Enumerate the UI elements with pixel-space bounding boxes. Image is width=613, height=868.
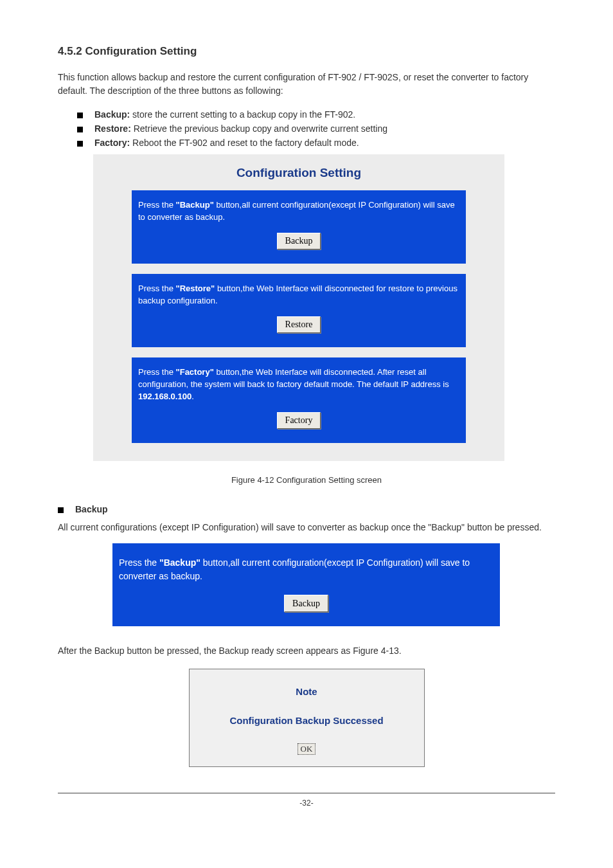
bullet-text: Reboot the FT-902 and reset to the facto… [130, 138, 359, 148]
intro-text: This function allows backup and restore … [58, 71, 555, 98]
panel-title: Configuration Setting [93, 159, 504, 190]
bullet-square-icon [77, 113, 83, 118]
backup-block: Press the "Backup" button,all current co… [132, 190, 466, 264]
bullet-bold: Restore: [94, 123, 131, 134]
block-text-bold: "Backup" [176, 200, 214, 210]
factory-button[interactable]: Factory [277, 412, 321, 429]
block-text-pre: Press the [138, 200, 176, 210]
bullet-bold: Factory: [94, 138, 130, 148]
page-number: -32- [58, 799, 555, 820]
factory-block: Press the "Factory" button,the Web Inter… [132, 357, 466, 443]
bullet-text: Retrieve the previous backup copy and ov… [131, 123, 387, 134]
ok-button[interactable]: OK [298, 743, 316, 755]
backup-section-bold: Backup [75, 504, 108, 514]
block-text-bold: "Backup" [159, 557, 200, 568]
config-setting-panel: Configuration Setting Press the "Backup"… [93, 154, 504, 461]
bullet-square-icon [77, 141, 83, 147]
bullet-bold: Backup: [94, 109, 130, 120]
note-dialog: Note Configuration Backup Successed OK [189, 669, 425, 767]
block-text-pre: Press the [119, 557, 159, 568]
bullet-item-factory: Factory: Reboot the FT-902 and reset to … [77, 138, 555, 148]
block-text-bold: "Factory" [176, 367, 214, 377]
backup-block-wide: Press the "Backup" button,all current co… [112, 543, 500, 626]
bullet-square-icon [58, 507, 64, 513]
backup-section-bullet: Backup [58, 504, 555, 514]
section-heading: 4.5.2 Configuration Setting [58, 45, 555, 58]
note-message: Configuration Backup Successed [190, 712, 424, 739]
bullet-item-restore: Restore: Retrieve the previous backup co… [77, 123, 555, 134]
figure-caption: Figure 4-12 Configuration Setting screen [58, 475, 555, 485]
restore-block: Press the "Restore" button,the Web Inter… [132, 274, 466, 347]
block-text-post2: . [191, 392, 194, 401]
section-number: 4.5.2 [58, 45, 82, 57]
backup-button[interactable]: Backup [277, 233, 321, 249]
bullet-text: store the current setting to a backup co… [130, 109, 355, 120]
note-title: Note [190, 669, 424, 712]
bullet-square-icon [77, 127, 83, 132]
block-text-pre: Press the [138, 284, 176, 293]
restore-button[interactable]: Restore [277, 316, 321, 333]
bullet-item-backup: Backup: store the current setting to a b… [77, 109, 555, 120]
after-backup-text: After the Backup button be pressed, the … [58, 646, 555, 656]
bullet-list: Backup: store the current setting to a b… [77, 109, 555, 148]
footer-divider [58, 793, 555, 793]
section-title-text: Configuration Setting [85, 45, 197, 57]
block-text-pre: Press the [138, 367, 176, 377]
block-text-bold2: 192.168.0.100 [138, 392, 191, 401]
block-text-bold: "Restore" [176, 284, 215, 293]
backup-section-text: All current configurations (except IP Co… [58, 521, 555, 534]
backup-button-wide[interactable]: Backup [284, 595, 328, 612]
